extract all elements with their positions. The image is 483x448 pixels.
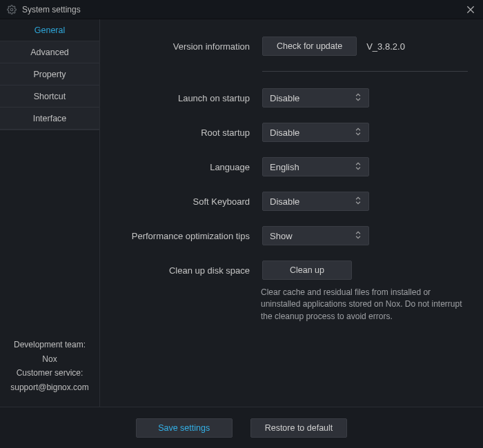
footer: Save settings Restore to default	[0, 407, 483, 448]
select-value: Show	[270, 231, 293, 241]
customer-service-label: Customer service:	[6, 366, 94, 380]
cleanup-hint: Clear cache and residual files from inst…	[261, 287, 468, 323]
restore-default-button[interactable]: Restore to default	[250, 418, 348, 438]
tab-label: Interface	[33, 114, 67, 123]
content-area: Version information Check for update V_3…	[100, 19, 483, 407]
chevron-updown-icon	[353, 127, 363, 139]
select-launch-startup[interactable]: Disable	[262, 88, 369, 108]
save-settings-button[interactable]: Save settings	[136, 418, 233, 438]
sidebar: General Advanced Property Shortcut Inter…	[0, 19, 100, 407]
cleanup-button[interactable]: Clean up	[262, 261, 352, 280]
window-title: System settings	[22, 5, 465, 14]
row-root-startup: Root startup Disable	[107, 123, 468, 142]
gear-icon	[7, 5, 17, 14]
label-perf-tips: Performance optimization tips	[107, 231, 262, 241]
row-cleanup: Clean up disk space Clean up	[107, 261, 468, 280]
label-cleanup: Clean up disk space	[107, 265, 262, 276]
select-value: Disable	[270, 93, 299, 103]
tab-general[interactable]: General	[0, 19, 99, 41]
tab-label: Advanced	[30, 48, 69, 57]
select-value: Disable	[270, 196, 299, 207]
label-launch-startup: Launch on startup	[107, 93, 262, 103]
select-soft-keyboard[interactable]: Disable	[262, 192, 369, 211]
row-version: Version information Check for update V_3…	[107, 37, 468, 56]
chevron-updown-icon	[353, 230, 363, 242]
row-language: Language English	[107, 157, 468, 176]
tab-interface[interactable]: Interface	[0, 108, 99, 130]
select-root-startup[interactable]: Disable	[262, 123, 369, 142]
label-soft-keyboard: Soft Keyboard	[107, 196, 262, 207]
row-cleanup-hint: Clear cache and residual files from inst…	[107, 287, 468, 323]
select-perf-tips[interactable]: Show	[262, 226, 369, 245]
select-value: English	[270, 162, 299, 172]
chevron-updown-icon	[353, 92, 363, 104]
tab-shortcut[interactable]: Shortcut	[0, 85, 99, 108]
tab-label: General	[34, 26, 65, 35]
tab-label: Shortcut	[34, 92, 66, 101]
titlebar: System settings	[0, 0, 483, 19]
row-launch-startup: Launch on startup Disable	[107, 88, 468, 108]
tab-property[interactable]: Property	[0, 63, 99, 85]
close-icon[interactable]	[465, 4, 476, 15]
version-value: V_3.8.2.0	[366, 41, 405, 52]
select-value: Disable	[270, 128, 299, 138]
support-email: support@bignox.com	[6, 380, 94, 394]
chevron-updown-icon	[353, 196, 363, 207]
row-soft-keyboard: Soft Keyboard Disable	[107, 192, 468, 211]
tab-advanced[interactable]: Advanced	[0, 41, 99, 63]
chevron-updown-icon	[353, 161, 363, 173]
tab-label: Property	[33, 70, 66, 79]
label-root-startup: Root startup	[107, 128, 262, 138]
select-language[interactable]: English	[262, 157, 369, 176]
svg-point-0	[10, 8, 13, 11]
label-version: Version information	[107, 41, 262, 52]
label-language: Language	[107, 162, 262, 172]
row-perf-tips: Performance optimization tips Show	[107, 226, 468, 245]
sidebar-footer: Development team: Nox Customer service: …	[0, 331, 99, 407]
check-update-button[interactable]: Check for update	[262, 37, 357, 56]
dev-team: Development team: Nox	[6, 338, 94, 366]
divider	[262, 71, 468, 72]
